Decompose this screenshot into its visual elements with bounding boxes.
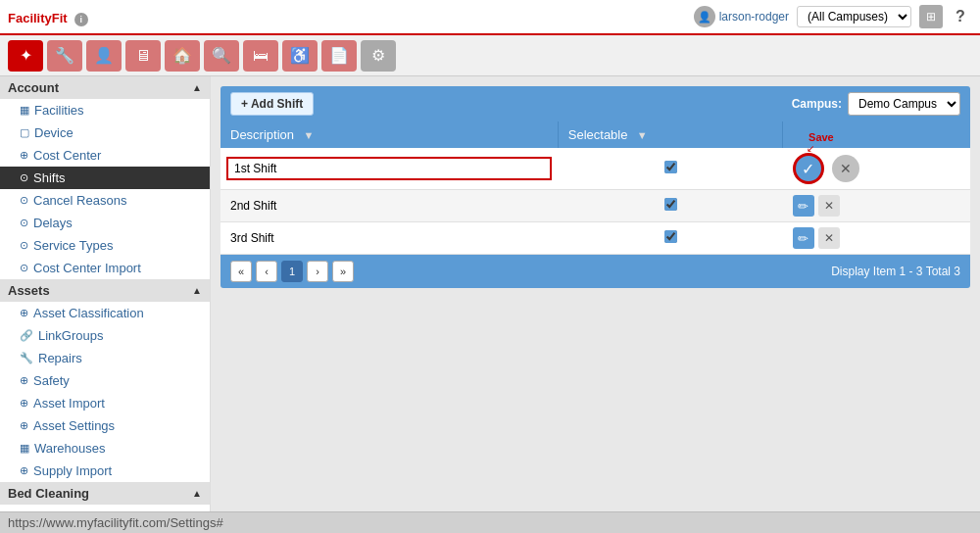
safety-label: Safety [33, 373, 70, 388]
shift-1-selectable-checkbox[interactable] [664, 161, 677, 173]
username-label[interactable]: larson-rodger [719, 10, 789, 24]
sidebar-item-service-types[interactable]: ⊙ Service Types [0, 234, 210, 257]
sidebar-item-cancel-reasons[interactable]: ⊙ Cancel Reasons [0, 189, 210, 212]
shift-3-selectable-cell [558, 222, 783, 255]
shift-3-delete-button[interactable]: ✕ [818, 227, 840, 249]
sidebar-item-shifts[interactable]: ⊙ Shifts [0, 167, 210, 189]
save-annotation-label: Save [808, 131, 834, 143]
logo-fit: Fit [52, 11, 68, 25]
shift-2-delete-button[interactable]: ✕ [818, 195, 840, 217]
toolbar-document-btn[interactable]: 📄 [321, 40, 357, 72]
service-types-label: Service Types [33, 238, 113, 253]
page-1-button[interactable]: 1 [281, 261, 303, 282]
table-row: 3rd Shift ✏ ✕ [220, 222, 970, 255]
info-icon[interactable]: i [74, 13, 88, 26]
app-logo: FacilityFit i [8, 7, 88, 27]
save-annotation-container: Save ↙ ✓ [793, 153, 824, 184]
header-right: 👤 larson-rodger (All Campuses) ⊞ ? [694, 5, 972, 28]
description-filter-icon[interactable]: ▼ [303, 129, 314, 141]
campus-selector-group: Campus: Demo Campus [792, 92, 960, 116]
sidebar-item-device[interactable]: ▢ Device [0, 121, 210, 144]
group-icon[interactable]: ⊞ [919, 5, 943, 28]
selectable-column-header: Selectable ▼ [558, 121, 783, 148]
sidebar-item-supply-import[interactable]: ⊕ Supply Import [0, 460, 210, 482]
sidebar-item-asset-classification[interactable]: ⊕ Asset Classification [0, 302, 210, 324]
shift-3-selectable-checkbox[interactable] [664, 230, 677, 243]
sidebar-item-safety[interactable]: ⊕ Safety [0, 369, 210, 392]
last-page-button[interactable]: » [332, 261, 354, 282]
shift-1-action-group: Save ↙ ✓ ✕ [793, 153, 960, 184]
shifts-icon: ⊙ [20, 171, 28, 184]
shift-2-selectable-checkbox[interactable] [664, 198, 677, 211]
main-layout: Account ▲ ▦ Facilities ▢ Device ⊕ Cost C… [0, 76, 980, 511]
app-header: FacilityFit i 👤 larson-rodger (All Campu… [0, 0, 980, 35]
first-page-button[interactable]: « [230, 261, 252, 282]
sidebar-item-cleaning-type[interactable]: ⊤ Cleaning Type [0, 505, 210, 511]
toolbar-accessibility-btn[interactable]: ♿ [282, 40, 318, 72]
facilities-label: Facilities [34, 103, 84, 118]
add-shift-button[interactable]: + Add Shift [230, 92, 314, 116]
device-icon: ▢ [20, 126, 29, 139]
sidebar: Account ▲ ▦ Facilities ▢ Device ⊕ Cost C… [0, 76, 211, 511]
toolbar-user-btn[interactable]: 👤 [86, 40, 122, 72]
toolbar-bed-btn[interactable]: 🛏 [243, 40, 278, 72]
safety-icon: ⊕ [20, 374, 28, 387]
content-campus-dropdown[interactable]: Demo Campus [848, 92, 960, 116]
asset-classification-icon: ⊕ [20, 307, 28, 319]
sidebar-section-assets[interactable]: Assets ▲ [0, 279, 210, 302]
shift-2-edit-button[interactable]: ✏ [793, 195, 814, 217]
campus-selector[interactable]: (All Campuses) [797, 6, 911, 27]
shift-1-save-button[interactable]: ✓ [793, 153, 824, 184]
sidebar-section-account[interactable]: Account ▲ [0, 76, 210, 99]
device-label: Device [34, 125, 74, 140]
toolbar-star-btn[interactable]: ✦ [8, 40, 43, 72]
pagination-controls: « ‹ 1 › » [230, 261, 354, 282]
sidebar-item-warehouses[interactable]: ▦ Warehouses [0, 437, 210, 460]
warehouses-icon: ▦ [20, 442, 29, 455]
bed-cleaning-section-arrow: ▲ [192, 488, 202, 499]
prev-page-button[interactable]: ‹ [256, 261, 277, 282]
next-page-button[interactable]: › [307, 261, 328, 282]
shift-1-selectable-cell [558, 148, 783, 190]
help-icon[interactable]: ? [949, 5, 972, 28]
shift-1-cancel-button[interactable]: ✕ [832, 155, 859, 182]
repairs-icon: 🔧 [20, 352, 33, 364]
service-types-icon: ⊙ [20, 239, 28, 252]
sidebar-item-cost-center-import[interactable]: ⊙ Cost Center Import [0, 257, 210, 279]
logo-facility: Facility [8, 11, 52, 25]
sidebar-item-asset-import[interactable]: ⊕ Asset Import [0, 392, 210, 414]
toolbar-wrench-btn[interactable]: 🔧 [47, 40, 82, 72]
campus-label: Campus: [792, 97, 842, 111]
shift-3-edit-button[interactable]: ✏ [793, 227, 814, 249]
sidebar-item-delays[interactable]: ⊙ Delays [0, 212, 210, 234]
toolbar-monitor-btn[interactable]: 🖥 [125, 40, 161, 72]
toolbar-search-btn[interactable]: 🔍 [204, 40, 239, 72]
link-groups-icon: 🔗 [20, 329, 33, 342]
shift-1-description-input[interactable] [226, 157, 552, 180]
sidebar-section-bed-cleaning[interactable]: Bed Cleaning ▲ [0, 482, 210, 505]
warehouses-label: Warehouses [34, 441, 106, 456]
supply-import-label: Supply Import [33, 463, 112, 478]
shift-2-action-group: ✏ ✕ [793, 195, 960, 217]
shift-3-description-cell: 3rd Shift [220, 222, 558, 255]
cost-center-icon: ⊕ [20, 149, 28, 162]
sidebar-item-repairs[interactable]: 🔧 Repairs [0, 347, 210, 369]
shift-1-actions-cell: Save ↙ ✓ ✕ [783, 148, 970, 190]
sidebar-item-link-groups[interactable]: 🔗 LinkGroups [0, 324, 210, 347]
sidebar-item-asset-settings[interactable]: ⊕ Asset Settings [0, 414, 210, 437]
account-section-label: Account [8, 80, 59, 95]
sidebar-item-cost-center[interactable]: ⊕ Cost Center [0, 144, 210, 167]
facilities-icon: ▦ [20, 104, 29, 117]
sidebar-item-facilities[interactable]: ▦ Facilities [0, 99, 210, 121]
cost-center-label: Cost Center [33, 148, 101, 163]
pagination-info: Display Item 1 - 3 Total 3 [831, 265, 960, 278]
asset-classification-label: Asset Classification [33, 306, 144, 320]
toolbar-settings-btn[interactable]: ⚙ [361, 40, 396, 72]
table-row: 2nd Shift ✏ ✕ [220, 190, 970, 222]
shifts-table: Description ▼ Selectable ▼ [220, 121, 970, 255]
selectable-filter-icon[interactable]: ▼ [637, 129, 648, 141]
delays-label: Delays [33, 216, 73, 230]
status-url: https://www.myfacilityfit.com/Settings# [8, 515, 223, 530]
toolbar-home-btn[interactable]: 🏠 [165, 40, 200, 72]
repairs-label: Repairs [38, 351, 82, 365]
